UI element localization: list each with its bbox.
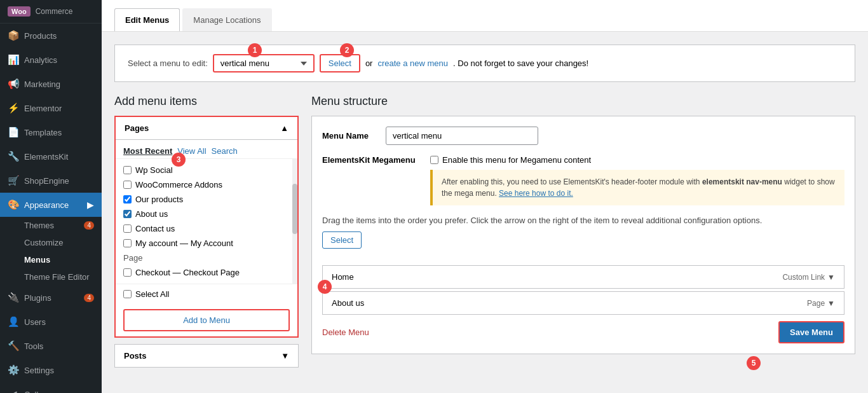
page-list: Wp Social WooCommerce Addons Our product…: [116, 159, 297, 284]
select-items-row: Select: [322, 231, 844, 258]
scrollbar-track[interactable]: [292, 159, 297, 284]
page-checkbox-our-products[interactable]: [123, 195, 132, 203]
page-label: About us: [135, 209, 168, 219]
page-label: Contact us: [135, 224, 175, 233]
pages-accordion: Pages ▲ Most Recent View All Search: [114, 116, 299, 338]
page-label: My account — My Account: [135, 238, 233, 248]
select-items-button[interactable]: Select: [322, 231, 362, 249]
megamenu-learn-link[interactable]: See here how to do it.: [499, 189, 573, 198]
sidebar-item-templates[interactable]: 📄 Templates: [0, 120, 102, 144]
menu-item-type: Page ▼: [807, 299, 835, 308]
page-label: Checkout — Checkout Page: [135, 268, 240, 277]
select-button[interactable]: Select: [320, 54, 360, 72]
page-checkbox-about-us[interactable]: [123, 210, 132, 218]
menu-item-type: Custom Link ▼: [782, 273, 835, 282]
menu-name-input[interactable]: [386, 127, 538, 145]
menu-structure-heading: Menu structure: [311, 95, 855, 108]
sidebar-item-analytics[interactable]: 📊 Analytics: [0, 48, 102, 72]
drag-hint: Drag the items into the order you prefer…: [322, 216, 844, 225]
megamenu-checkbox[interactable]: [430, 156, 438, 164]
menu-item-label: About us: [332, 298, 364, 308]
megamenu-row: ElementsKit Megamenu Enable this menu fo…: [322, 155, 844, 205]
list-item: Checkout — Checkout Page: [123, 265, 288, 280]
menu-item-chevron[interactable]: ▼: [827, 273, 835, 282]
sidebar-sub-themes[interactable]: Themes 4: [0, 217, 102, 234]
megamenu-check-area: Enable this menu for Megamenu content Af…: [430, 155, 844, 205]
select-btn-label: Select: [330, 235, 353, 245]
select-all-checkbox[interactable]: [123, 290, 132, 298]
marketing-icon: 📢: [8, 78, 19, 90]
sidebar-item-marketing[interactable]: 📢 Marketing: [0, 72, 102, 96]
left-panel: Add menu items Pages ▲ Most Recent View …: [114, 95, 299, 368]
tools-icon: 🔨: [8, 340, 19, 352]
elementskit-icon: 🔧: [8, 151, 19, 162]
menu-structure-panel: Menu Name ElementsKit Megamenu Enable th…: [311, 116, 855, 354]
tab-most-recent[interactable]: Most Recent: [123, 146, 172, 156]
sidebar-item-users[interactable]: 👤 Users: [0, 310, 102, 334]
megamenu-label: ElementsKit Megamenu: [322, 155, 424, 165]
elementor-icon: ⚡: [8, 102, 19, 114]
pages-accordion-header[interactable]: Pages ▲: [116, 117, 297, 140]
select-all-label: Select All: [135, 289, 169, 299]
two-col-layout: Add menu items Pages ▲ Most Recent View …: [114, 95, 855, 368]
tab-edit-menus[interactable]: Edit Menus: [114, 8, 180, 31]
sidebar-sub-customize[interactable]: Customize: [0, 234, 102, 251]
pages-accordion-body: Most Recent View All Search Wp Social: [116, 140, 297, 331]
save-reminder-text: . Do not forget to save your changes!: [453, 59, 588, 68]
settings-icon: ⚙️: [8, 364, 19, 376]
analytics-icon: 📊: [8, 54, 19, 66]
page-checkbox-wp-social[interactable]: [123, 166, 132, 174]
list-item: My account — My Account: [123, 236, 288, 251]
posts-title: Posts: [124, 351, 146, 361]
list-item: Contact us: [123, 221, 288, 236]
bottom-row: Delete Menu Save Menu: [322, 321, 844, 343]
list-item: Our products: [123, 192, 288, 207]
menu-item-about-us: About us Page ▼: [322, 291, 844, 315]
posts-accordion-header[interactable]: Posts ▼: [114, 344, 299, 368]
page-checkbox-myaccount[interactable]: [123, 239, 132, 247]
create-new-menu-link[interactable]: create a new menu: [377, 59, 448, 68]
pages-chevron-up: ▲: [280, 123, 288, 133]
users-icon: 👤: [8, 316, 19, 328]
or-text: or: [365, 59, 373, 68]
add-to-menu-button[interactable]: Add to Menu: [123, 309, 290, 331]
add-menu-items-heading: Add menu items: [114, 95, 299, 108]
list-item: WooCommerce Addons: [123, 177, 288, 192]
sidebar-item-elementskit[interactable]: 🔧 ElementsKit: [0, 144, 102, 169]
sidebar-item-elementor[interactable]: ⚡ Elementor: [0, 96, 102, 120]
plugins-icon: 🔌: [8, 292, 19, 303]
posts-chevron-down: ▼: [281, 351, 289, 361]
products-icon: 📦: [8, 30, 19, 41]
megamenu-info-box: After enabling this, you need to use Ele…: [430, 170, 844, 205]
page-label: WooCommerce Addons: [135, 180, 222, 190]
page-checkbox-checkout[interactable]: [123, 268, 132, 277]
menu-item-chevron[interactable]: ▼: [827, 299, 835, 308]
sidebar-item-shopengine[interactable]: 🛒 ShopEngine: [0, 169, 102, 193]
list-item: Wp Social: [123, 163, 288, 177]
tab-search[interactable]: Search: [212, 146, 238, 156]
delete-menu-link[interactable]: Delete Menu: [322, 328, 369, 337]
sidebar-item-plugins[interactable]: 🔌 Plugins 4: [0, 286, 102, 310]
page-checkbox-woo-addons[interactable]: [123, 181, 132, 189]
tab-manage-locations[interactable]: Manage Locations: [182, 8, 271, 31]
appearance-icon: 🎨: [8, 199, 19, 210]
page-label: Our products: [135, 195, 183, 204]
page-type-label: Page: [123, 251, 288, 265]
sidebar-item-settings[interactable]: ⚙️ Settings: [0, 358, 102, 382]
menu-item-home: Home Custom Link ▼: [322, 265, 844, 289]
tab-view-all[interactable]: View All: [177, 146, 206, 156]
scrollbar-thumb: [292, 184, 297, 233]
sidebar: Woo Commerce 📦 Products 📊 Analytics 📢 Ma…: [0, 0, 102, 393]
page-checkbox-contact-us[interactable]: [123, 224, 132, 233]
save-menu-button[interactable]: Save Menu: [778, 321, 844, 343]
page-list-wrapper: Wp Social WooCommerce Addons Our product…: [116, 159, 297, 284]
select-all-row: Select All: [116, 284, 297, 304]
sidebar-item-tools[interactable]: 🔨 Tools: [0, 334, 102, 358]
sidebar-item-collapse[interactable]: ◀ Collapse menu: [0, 382, 102, 393]
sidebar-sub-theme-file-editor[interactable]: Theme File Editor: [0, 268, 102, 286]
templates-icon: 📄: [8, 127, 19, 138]
sidebar-sub-menus[interactable]: Menus: [0, 251, 102, 268]
sidebar-item-appearance[interactable]: 🎨 Appearance ▶: [0, 193, 102, 217]
menu-select-dropdown[interactable]: vertical menu main menu footer menu: [213, 54, 315, 72]
sidebar-item-products[interactable]: 📦 Products: [0, 24, 102, 48]
